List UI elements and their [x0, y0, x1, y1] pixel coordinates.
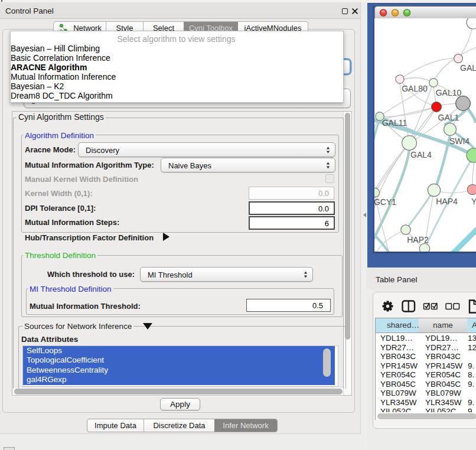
- svg-text:SWI4: SWI4: [449, 136, 470, 146]
- svg-text:GAL4: GAL4: [410, 150, 432, 159]
- svg-text:GAL7: GAL7: [460, 63, 476, 73]
- svg-text:GCY1: GCY1: [374, 197, 396, 207]
- svg-text:GAL10: GAL10: [436, 88, 462, 97]
- svg-text:HAP2: HAP2: [407, 235, 429, 244]
- svg-text:GAL11: GAL11: [382, 118, 407, 128]
- svg-text:YJR: YJR: [471, 197, 476, 206]
- svg-text:GAL80: GAL80: [402, 84, 428, 93]
- svg-text:HAP4: HAP4: [436, 197, 458, 206]
- svg-text:GAL1: GAL1: [438, 113, 459, 122]
